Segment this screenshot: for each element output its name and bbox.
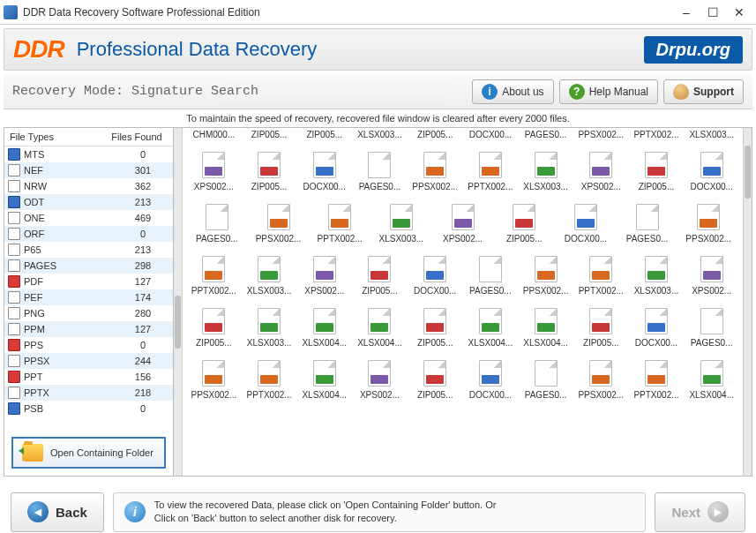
file-type-row[interactable]: NEF301 xyxy=(4,162,173,178)
file-type-row[interactable]: PAGES298 xyxy=(4,258,173,274)
next-button[interactable]: Next ► xyxy=(655,492,745,532)
file-item[interactable]: PPSX002... xyxy=(677,197,739,249)
file-item[interactable]: PPSX002... xyxy=(248,197,310,249)
file-type-row[interactable]: ODT213 xyxy=(4,194,173,210)
file-item[interactable]: XLSX003... xyxy=(371,197,432,249)
file-item[interactable]: PAGES0... xyxy=(463,249,519,301)
file-icon xyxy=(328,204,351,230)
file-item[interactable]: XLSX004... xyxy=(352,301,408,353)
file-label: PPSX002... xyxy=(188,390,240,400)
file-type-row[interactable]: NRW362 xyxy=(4,178,173,194)
file-item[interactable]: XPS002... xyxy=(684,249,739,301)
support-button[interactable]: Support xyxy=(663,79,744,104)
file-item[interactable]: ZIP005... xyxy=(573,301,629,353)
file-item[interactable]: PPSX002... xyxy=(573,130,629,145)
file-type-count: 156 xyxy=(116,372,169,382)
file-item[interactable]: PPSX002... xyxy=(573,353,629,405)
about-button[interactable]: i About us xyxy=(472,79,553,104)
file-type-icon xyxy=(8,228,20,240)
file-item[interactable]: XLSX003... xyxy=(684,130,739,145)
file-label: XLSX003... xyxy=(685,130,737,139)
file-item[interactable]: DOCX00... xyxy=(684,145,739,197)
file-item[interactable]: PPTX002... xyxy=(629,130,685,145)
file-label: ZIP005... xyxy=(409,130,461,139)
file-item[interactable]: PPTX002... xyxy=(309,197,371,249)
file-item[interactable]: ZIP005... xyxy=(408,353,463,405)
file-item[interactable]: PAGES0... xyxy=(684,301,739,353)
file-item[interactable]: DOCX00... xyxy=(555,197,617,249)
file-item[interactable]: XLSX003... xyxy=(518,145,573,197)
file-item[interactable]: PAGES0... xyxy=(518,130,573,145)
file-item[interactable]: ZIP005... xyxy=(242,145,297,197)
file-type-row[interactable]: PNG280 xyxy=(4,305,173,321)
file-label: PAGES0... xyxy=(685,338,737,348)
file-grid[interactable]: CHM000...ZIP005...ZIP005...XLSX003...ZIP… xyxy=(183,128,743,476)
file-type-row[interactable]: P65213 xyxy=(4,242,173,258)
file-item[interactable]: PPTX002... xyxy=(186,249,242,301)
maximize-button[interactable]: ☐ xyxy=(700,3,726,22)
file-type-row[interactable]: MTS0 xyxy=(4,146,173,162)
file-item[interactable]: ZIP005... xyxy=(296,130,352,145)
open-containing-folder-button[interactable]: Open Containing Folder xyxy=(11,437,166,469)
file-item[interactable]: XLSX003... xyxy=(242,249,297,301)
file-item[interactable]: DOCX00... xyxy=(463,130,519,145)
file-type-row[interactable]: ORF0 xyxy=(4,226,173,242)
file-item[interactable]: ZIP005... xyxy=(242,130,297,145)
file-type-row[interactable]: PSB0 xyxy=(4,401,173,417)
file-item[interactable]: XLSX003... xyxy=(242,301,297,353)
file-item[interactable]: XLSX003... xyxy=(629,249,685,301)
file-item[interactable]: PPTX002... xyxy=(463,145,519,197)
file-type-row[interactable]: PPSX244 xyxy=(4,353,173,369)
file-item[interactable]: XPS002... xyxy=(186,145,242,197)
file-item[interactable]: PAGES0... xyxy=(352,145,408,197)
scrollbar-right[interactable] xyxy=(743,128,752,476)
file-item[interactable]: PPSX002... xyxy=(408,145,463,197)
file-item[interactable]: ZIP005... xyxy=(629,145,685,197)
scrollbar-left[interactable] xyxy=(174,128,183,476)
file-item[interactable]: ZIP005... xyxy=(408,301,463,353)
file-item[interactable]: PAGES0... xyxy=(518,353,573,405)
file-item[interactable]: PPTX002... xyxy=(242,353,297,405)
back-button[interactable]: ◄ Back xyxy=(11,492,104,532)
file-type-row[interactable]: PPS0 xyxy=(4,337,173,353)
file-item[interactable]: ZIP005... xyxy=(186,301,242,353)
file-item[interactable]: XLSX004... xyxy=(463,301,519,353)
file-label: XLSX003... xyxy=(243,338,296,348)
file-type-row[interactable]: PDF127 xyxy=(4,274,173,289)
file-item[interactable]: DOCX00... xyxy=(463,353,519,405)
file-types-list[interactable]: MTS0NEF301NRW362ODT213ONE469ORF0P65213PA… xyxy=(4,146,173,430)
file-item[interactable]: XPS002... xyxy=(573,145,629,197)
file-type-row[interactable]: PPM127 xyxy=(4,321,173,337)
file-item[interactable]: XPS002... xyxy=(432,197,494,249)
file-item[interactable]: PAGES0... xyxy=(186,197,248,249)
file-item[interactable]: XLSX003... xyxy=(352,130,408,145)
file-item[interactable]: DOCX00... xyxy=(408,249,463,301)
file-item[interactable]: PPTX002... xyxy=(629,353,685,405)
file-item[interactable]: DOCX00... xyxy=(629,301,685,353)
file-item[interactable]: ZIP005... xyxy=(352,249,408,301)
file-item[interactable]: XPS002... xyxy=(296,249,352,301)
brand-link[interactable]: Drpu.org xyxy=(644,36,743,64)
file-item[interactable]: CHM000... xyxy=(186,130,242,145)
file-item[interactable]: XLSX004... xyxy=(684,353,739,405)
help-button[interactable]: ? Help Manual xyxy=(559,79,658,104)
file-item[interactable]: XLSX004... xyxy=(296,353,352,405)
file-item[interactable]: XLSX004... xyxy=(296,301,352,353)
file-item[interactable]: PPTX002... xyxy=(573,249,629,301)
file-item[interactable]: PPSX002... xyxy=(518,249,573,301)
file-type-row[interactable]: PPTX218 xyxy=(4,385,173,401)
file-item[interactable]: ZIP005... xyxy=(493,197,555,249)
file-item[interactable]: XPS002... xyxy=(352,353,408,405)
minimize-button[interactable]: – xyxy=(673,3,700,22)
file-item[interactable]: DOCX00... xyxy=(296,145,352,197)
file-type-row[interactable]: ONE469 xyxy=(4,210,173,226)
file-label: PPSX002... xyxy=(679,234,737,244)
file-item[interactable]: PAGES0... xyxy=(617,197,678,249)
file-item[interactable]: ZIP005... xyxy=(408,130,463,145)
file-item[interactable]: XLSX004... xyxy=(518,301,573,353)
file-type-name: MTS xyxy=(24,149,116,160)
close-button[interactable]: ✕ xyxy=(726,3,752,22)
file-type-row[interactable]: PPT156 xyxy=(4,369,173,385)
file-item[interactable]: PPSX002... xyxy=(186,353,242,405)
file-type-row[interactable]: PEF174 xyxy=(4,289,173,305)
